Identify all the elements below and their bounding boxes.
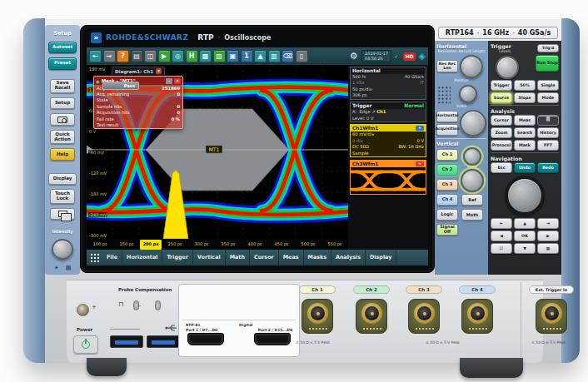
quick-action-button[interactable]: Quick Action xyxy=(50,130,75,144)
mode-button[interactable]: Mode xyxy=(537,92,559,103)
horizontal-info-box[interactable]: Horizontal 500 fs40 GSa/s 1 kSaIT 50 ps/… xyxy=(350,67,426,100)
signal-off-button[interactable]: Signal Off xyxy=(436,224,458,236)
resolution-knob[interactable] xyxy=(460,55,483,78)
menu-math[interactable]: Math xyxy=(226,250,250,265)
setup-button[interactable]: Setup xyxy=(50,97,75,110)
waveform-diagram[interactable]: MT1 180 mV120 mV 60 mV0 V -60 mV-120 mV … xyxy=(87,65,348,250)
open-icon[interactable]: ▤ xyxy=(131,50,143,62)
menu-key[interactable]: ▦ xyxy=(537,243,559,254)
acquisition-button[interactable]: Acquisition xyxy=(436,124,458,136)
ref-button[interactable]: Ref xyxy=(461,194,483,206)
save-icon[interactable]: ◫ xyxy=(144,50,157,62)
logic-button[interactable]: Logic xyxy=(436,209,458,221)
zoom-button[interactable]: Zoom xyxy=(491,127,512,138)
delete-icon[interactable]: ▯ xyxy=(296,50,308,62)
navigation-knob[interactable] xyxy=(505,176,545,216)
diagram-tab[interactable]: Diagram1: Ch1 ✕ xyxy=(112,67,165,75)
channel-3-button[interactable]: Ch 3 xyxy=(436,179,458,191)
usb-port-1 xyxy=(110,335,143,348)
histogram-icon[interactable]: H xyxy=(186,50,198,62)
intensity-knob[interactable] xyxy=(52,239,73,260)
redo-button[interactable]: Redo xyxy=(537,162,559,173)
left-key[interactable]: ◀ xyxy=(491,231,512,241)
slope-button[interactable]: Slope xyxy=(514,92,536,103)
trigger-button[interactable]: Trigger xyxy=(491,80,512,91)
power-button[interactable] xyxy=(73,335,98,354)
menu-display[interactable]: Display xyxy=(366,250,396,265)
menu-meas[interactable]: Meas xyxy=(279,250,304,265)
recall-icon[interactable]: ▶ xyxy=(158,50,171,62)
windows-button[interactable] xyxy=(50,208,75,221)
menu-analysis[interactable]: Analysis xyxy=(331,250,366,265)
minimize-icon[interactable]: – xyxy=(166,78,172,84)
annotation-icon[interactable]: 1 xyxy=(241,50,253,62)
mask-button[interactable]: Mask xyxy=(514,140,536,151)
apps-grid-button[interactable]: ⠿ xyxy=(537,115,559,126)
horizontal-button[interactable]: Horizontal xyxy=(436,111,458,122)
datetime-display[interactable]: 2019-01-17 08:58:26 xyxy=(361,50,391,63)
display-button[interactable]: Display xyxy=(48,173,77,186)
mask-result-dialog[interactable]: ◆ Mask - "MT1" – ✕ Acq. completed251869 … xyxy=(93,76,183,129)
right-key[interactable]: ▶ xyxy=(537,231,559,241)
close-icon[interactable]: ✕ xyxy=(174,78,181,84)
spectrogram-icon[interactable]: ▨ xyxy=(213,50,226,62)
math-button[interactable]: Math xyxy=(461,209,483,221)
horizontal-position-knob[interactable] xyxy=(459,85,477,103)
meas-button[interactable]: Meas xyxy=(514,115,536,126)
menu-cursor[interactable]: Cursor xyxy=(250,250,279,265)
ok-key[interactable]: OK xyxy=(514,231,536,241)
preset-button[interactable]: Preset xyxy=(48,57,77,70)
fft-button[interactable]: FFT xyxy=(537,140,559,151)
trigger-level-knob[interactable] xyxy=(496,56,519,79)
vertical-scale-knob[interactable] xyxy=(461,169,484,192)
checkbox-key[interactable]: ☑ xyxy=(491,243,512,254)
horizontal-scale-knob[interactable] xyxy=(460,110,486,136)
help-button[interactable]: Help xyxy=(50,148,75,161)
ch3-waveform-box[interactable]: Ch3Wfm1≈ xyxy=(350,160,426,195)
channel-1-button[interactable]: Ch 1 xyxy=(436,149,458,161)
fifty-percent-button[interactable]: 50% xyxy=(514,80,536,91)
trigger-info-box[interactable]: TriggerNormal A: Edge ↗ Ch1 Level: 0 V xyxy=(350,102,426,122)
tab-left-key[interactable]: ⇤ xyxy=(491,218,512,229)
mask-test-icon[interactable]: ▩ xyxy=(199,50,212,62)
menu-trigger[interactable]: Trigger xyxy=(162,250,193,265)
settings-gear-icon[interactable]: ⚙ xyxy=(350,51,358,62)
cleanup-icon[interactable]: ⌫ xyxy=(282,50,294,62)
touch-screen[interactable]: ← → ? ▤ ◫ ▶ ◎ H ▩ ▨ ▣ 1 ▲ ▥ ⌫ ▯ ⚙ xyxy=(87,47,428,265)
ch1-waveform-box[interactable]: Ch1Wfm1≈ 60 mV/div 0 div0 V DC 50ΩBW: 16… xyxy=(350,124,426,157)
vertical-position-knob[interactable] xyxy=(463,147,481,166)
menu-vertical[interactable]: Vertical xyxy=(193,250,226,265)
menu-masks[interactable]: Masks xyxy=(304,250,332,265)
save-recall-button[interactable]: Save Recall xyxy=(50,79,75,93)
hd-mode-badge[interactable]: HD xyxy=(403,52,416,61)
down-key[interactable]: ▼ xyxy=(514,243,536,254)
autoset-button[interactable]: Autoset xyxy=(48,42,77,54)
undo-button[interactable]: Undo xyxy=(514,162,536,173)
zoom-icon[interactable]: ◎ xyxy=(172,50,184,62)
history-button[interactable]: History xyxy=(537,127,559,138)
single-button[interactable]: Single xyxy=(537,80,559,91)
back-icon[interactable]: ← xyxy=(89,50,102,62)
screenshot-icon[interactable]: ▣ xyxy=(227,50,239,62)
menu-horizontal[interactable]: Horizontal xyxy=(122,250,162,265)
forward-icon[interactable]: → xyxy=(103,50,116,62)
cursor-button[interactable]: Cursor xyxy=(491,115,512,126)
menu-grid-icon[interactable] xyxy=(90,253,99,262)
source-button[interactable]: Source xyxy=(491,92,512,103)
up-key[interactable]: ▲ xyxy=(514,218,536,229)
touch-lock-button[interactable]: Touch Lock xyxy=(50,189,75,203)
help-icon[interactable]: ? xyxy=(117,50,129,62)
spectrum-icon[interactable]: ▲ xyxy=(254,50,267,62)
diagram-tab-close-icon[interactable]: ✕ xyxy=(156,68,162,74)
channel-2-button[interactable]: Ch 2 xyxy=(436,164,458,176)
run-stop-button[interactable]: Run Stop xyxy=(536,55,559,72)
menu-file[interactable]: File xyxy=(102,250,122,265)
search-button[interactable]: Search xyxy=(514,127,536,138)
report-icon[interactable]: ▥ xyxy=(268,50,281,62)
screenshot-button[interactable] xyxy=(50,113,75,126)
res-rec-len-button[interactable]: Res Rec Len xyxy=(436,60,458,72)
channel-4-button[interactable]: Ch 4 xyxy=(436,194,458,206)
protocol-button[interactable]: Protocol xyxy=(491,140,512,151)
tab-right-key[interactable]: ⇥ xyxy=(537,218,559,229)
esc-button[interactable]: Esc xyxy=(491,162,512,173)
